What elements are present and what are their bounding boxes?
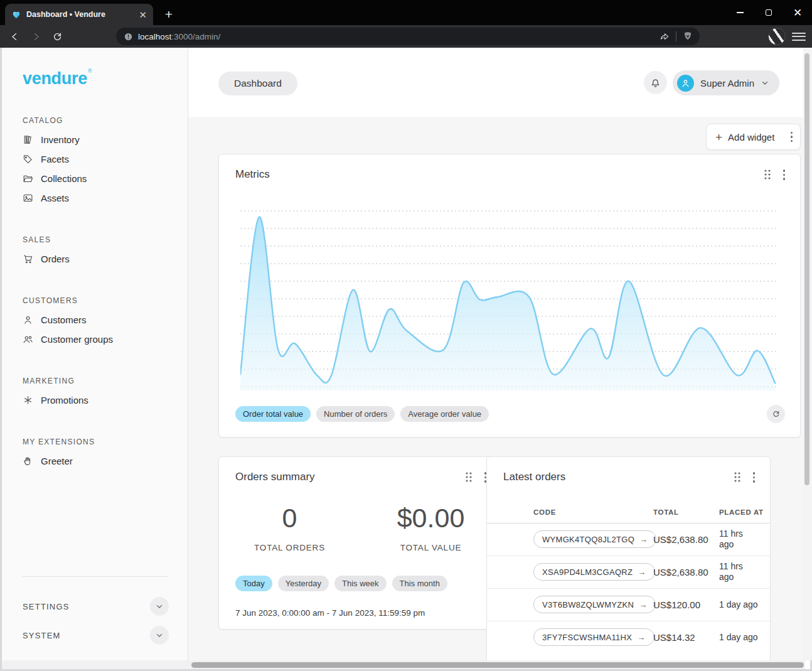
user-avatar [677, 75, 694, 92]
sidebar-item-system[interactable]: SYSTEM [23, 624, 169, 647]
settings-expand-button[interactable] [150, 597, 169, 616]
folder-icon [23, 173, 33, 184]
back-button[interactable] [5, 27, 24, 46]
arrow-right-icon: → [639, 535, 648, 544]
sidebar-item-customer-groups[interactable]: Customer groups [2, 330, 188, 349]
drag-handle-icon[interactable] [733, 471, 742, 483]
sidebar-item-label: Facets [41, 154, 69, 164]
total-orders-value: 0 [219, 503, 360, 534]
tab-title: Dashboard • Vendure [26, 10, 134, 19]
user-menu[interactable]: Super Admin [673, 70, 779, 95]
summary-filter-today[interactable]: Today [235, 576, 272, 591]
order-placed-at: 11 hrs ago [719, 561, 770, 582]
order-code-chip[interactable]: WYMGK4TQQ8JL2TGQ→ [533, 530, 656, 548]
order-placed-at: 11 hrs ago [719, 529, 770, 549]
new-tab-button[interactable]: + [161, 6, 177, 23]
add-widget-button[interactable]: + Add widget [706, 124, 801, 150]
order-code: 3FY7FSCWSHMA11HX [542, 633, 632, 642]
user-icon [23, 314, 33, 325]
sidebar-item-label: Greeter [41, 456, 73, 466]
address-bar[interactable]: localhost:3000/admin/ [116, 28, 700, 45]
metrics-widget: Metrics [218, 154, 801, 437]
browser-toolbar: localhost:3000/admin/ [0, 25, 812, 48]
column-header-placed-at: PLACED AT [719, 508, 770, 516]
close-icon: ✕ [793, 6, 802, 19]
metric-tab-average-order-value[interactable]: Average order value [400, 406, 489, 422]
metrics-title: Metrics [235, 168, 270, 181]
browser-profile-avatar[interactable] [768, 28, 786, 45]
notifications-button[interactable] [644, 71, 667, 94]
site-info-icon[interactable] [124, 32, 133, 41]
url-path: :3000/admin/ [171, 32, 220, 41]
sidebar-item-facets[interactable]: Facets [2, 149, 188, 169]
sidebar-item-assets[interactable]: Assets [2, 188, 188, 208]
window-close-button[interactable]: ✕ [783, 0, 812, 25]
system-expand-button[interactable] [150, 626, 169, 645]
add-widget-menu-icon[interactable] [789, 131, 794, 144]
sidebar-item-collections[interactable]: Collections [2, 169, 188, 188]
browser-window: Dashboard • Vendure ✕ + ✕ localhost:3000… [0, 0, 812, 671]
share-icon[interactable] [659, 31, 670, 42]
sidebar-item-greeter[interactable]: Greeter [2, 451, 188, 471]
brave-shield-icon[interactable] [682, 31, 693, 42]
sidebar-item-orders[interactable]: Orders [2, 249, 188, 269]
metric-tab-order-total-value[interactable]: Order total value [235, 406, 311, 422]
sidebar-item-label: Promotions [41, 395, 88, 405]
sidebar-item-inventory[interactable]: Inventory [2, 130, 188, 149]
summary-filter-this-month[interactable]: This month [392, 576, 447, 591]
sidebar: vendure® CATALOGInventoryFacetsCollectio… [2, 48, 188, 660]
vertical-scrollbar [803, 48, 810, 660]
browser-menu-button[interactable] [792, 30, 806, 43]
table-row: V3T6BW8ZQLWMYZKN→US$120.001 day ago [487, 588, 770, 621]
order-code-chip[interactable]: V3T6BW8ZQLWMYZKN→ [533, 596, 656, 613]
sidebar-item-label: Orders [41, 254, 70, 264]
summary-filter-this-week[interactable]: This week [334, 576, 387, 591]
tab-close-icon[interactable]: ✕ [139, 10, 147, 19]
user-name: Super Admin [700, 78, 754, 89]
latest-orders-title: Latest orders [503, 471, 565, 483]
forward-icon [31, 31, 41, 42]
breadcrumb[interactable]: Dashboard [218, 72, 297, 95]
arrow-right-icon: → [637, 633, 645, 642]
drag-handle-icon[interactable] [763, 169, 772, 180]
order-total: US$2,638.80 [653, 567, 719, 577]
metric-tab-number-of-orders[interactable]: Number of orders [316, 406, 395, 422]
vertical-scrollbar-thumb[interactable] [804, 53, 809, 485]
chevron-down-icon [155, 602, 164, 611]
sidebar-item-promotions[interactable]: Promotions [2, 390, 188, 410]
window-maximize-button[interactable] [754, 0, 783, 25]
order-code: XSA9PD4LM3CGAQRZ [542, 567, 633, 577]
section-label-customers: CUSTOMERS [23, 296, 188, 305]
latest-orders-table: CODETOTALPLACED ATWYMGK4TQQ8JL2TGQ→US$2,… [487, 502, 770, 653]
metrics-area-chart [240, 207, 776, 390]
window-minimize-button[interactable] [725, 0, 754, 25]
widget-menu-icon[interactable] [782, 168, 787, 181]
widget-menu-icon[interactable] [752, 471, 757, 484]
order-total: US$120.00 [653, 599, 719, 610]
refresh-icon [771, 409, 781, 419]
bell-icon [649, 77, 661, 89]
table-header-row: CODETOTALPLACED AT [487, 502, 770, 523]
order-code-chip[interactable]: XSA9PD4LM3CGAQRZ→ [533, 563, 655, 581]
browser-tab[interactable]: Dashboard • Vendure ✕ [5, 4, 153, 25]
summary-filter-yesterday[interactable]: Yesterday [278, 576, 329, 591]
vendure-logo: vendure® [23, 68, 188, 89]
section-label-marketing: MARKETING [23, 377, 188, 385]
horizontal-scrollbar [2, 660, 805, 669]
reload-button[interactable] [48, 27, 67, 46]
section-label-sales: SALES [23, 235, 188, 244]
refresh-button[interactable] [767, 405, 785, 423]
order-code-chip[interactable]: 3FY7FSCWSHMA11HX→ [533, 628, 654, 646]
drag-handle-icon[interactable] [464, 471, 473, 483]
maximize-icon [766, 9, 772, 16]
forward-button[interactable] [26, 27, 45, 46]
sidebar-item-customers[interactable]: Customers [2, 310, 188, 330]
column-header-code: CODE [533, 508, 653, 516]
sidebar-item-label: Assets [41, 193, 69, 203]
user-icon [680, 78, 691, 89]
horizontal-scrollbar-thumb[interactable] [191, 662, 804, 668]
date-range-text: 7 Jun 2023, 0:00:00 am - 7 Jun 2023, 11:… [235, 608, 501, 618]
sidebar-nav: CATALOGInventoryFacetsCollectionsAssetsS… [2, 116, 188, 471]
sidebar-item-settings[interactable]: SETTINGS [23, 595, 169, 618]
window-controls: ✕ [725, 0, 812, 25]
